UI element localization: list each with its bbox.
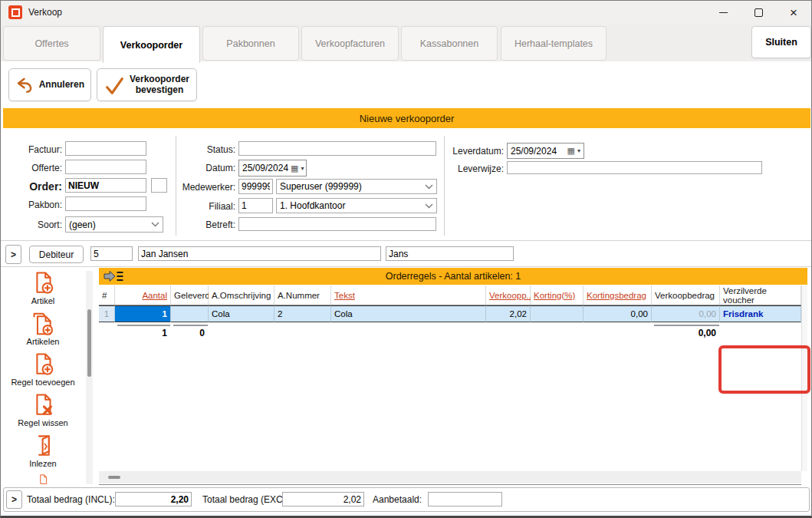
pakbon-field[interactable] (65, 196, 146, 211)
medewerker-dropdown[interactable]: Superuser (999999) (276, 179, 437, 194)
maximize-button[interactable] (741, 1, 776, 25)
factuur-label: Factuur: (8, 144, 62, 155)
leverwijze-field[interactable] (507, 161, 762, 174)
sidebar-item-regel-toevoegen[interactable]: Regel toevoegen (1, 352, 85, 387)
filiaal-dropdown[interactable]: 1. Hoofdkantoor (276, 198, 437, 213)
totaal-excl-label: Totaal bedrag (EXCL): (202, 494, 294, 505)
col-header-voucher[interactable]: Verzilverde voucher (720, 285, 801, 305)
cell-aantal[interactable]: 1 (115, 305, 171, 322)
factuur-field[interactable] (65, 141, 146, 156)
grid-vertical-scrollbar[interactable] (801, 285, 807, 471)
cell-voucher[interactable]: Frisdrank (720, 305, 801, 322)
debiteur-button[interactable]: Debiteur (29, 246, 84, 263)
annuleren-button[interactable]: Annuleren (8, 68, 91, 101)
chevron-down-icon: ▾ (301, 165, 304, 172)
tab-pakbonnen[interactable]: Pakbonnen (202, 26, 299, 61)
chevron-down-icon (151, 222, 159, 227)
soort-dropdown[interactable]: (geen) (65, 216, 163, 233)
debiteur-expander[interactable]: > (5, 245, 21, 264)
page-title: Nieuwe verkooporder (3, 108, 810, 128)
cell-a-nummer[interactable]: 2 (275, 305, 331, 322)
tab-strip: Offertes Verkooporder Pakbonnen Verkoopf… (1, 25, 811, 62)
sidebar-item-label: Regel toevoegen (11, 378, 74, 387)
totaal-incl-label: Totaal bedrag (INCL): (27, 494, 115, 505)
medewerker-value: Superuser (999999) (280, 181, 362, 192)
status-field[interactable] (238, 141, 436, 156)
debiteur-code-field[interactable] (90, 246, 133, 261)
betreft-field[interactable] (238, 217, 436, 231)
documents-add-icon (31, 312, 54, 336)
totaal-excl-field[interactable] (282, 492, 364, 506)
sum-line (654, 325, 719, 326)
cell-a-omschrijving[interactable]: Cola (209, 305, 275, 322)
sidebar-item-label: Regel wissen (18, 418, 67, 427)
leverdatum-label: Leverdatum: (442, 146, 504, 157)
col-header-verkoopbedrag[interactable]: Verkoopbedrag (652, 285, 720, 305)
cell-verkoopprijs[interactable]: 2,02 (486, 305, 531, 322)
sidebar-item-label: Artikel (31, 296, 55, 305)
maximize-icon (754, 8, 763, 17)
col-header-aantal[interactable]: Aantal (115, 285, 171, 305)
col-header-geleverd[interactable]: Geleverd (171, 285, 209, 305)
debiteur-search-field[interactable] (386, 246, 514, 261)
grid-title: Orderregels - Aantal artikelen: 1 (386, 271, 521, 282)
tab-verkooporder[interactable]: Verkooporder (103, 26, 200, 63)
tab-offertes[interactable]: Offertes (3, 26, 100, 61)
sidebar-item-label: Inlezen (29, 459, 56, 468)
tab-verkoopfacturen[interactable]: Verkoopfacturen (301, 26, 399, 61)
row-number-cell[interactable]: 1 (99, 305, 115, 322)
grid-horizontal-scrollbar[interactable] (99, 471, 801, 483)
cell-verkoopbedrag[interactable]: 0,00 (652, 305, 720, 322)
sidebar-item-inlezen[interactable]: Inlezen (1, 434, 85, 468)
sidebar-item-artikel[interactable]: Artikel (1, 271, 85, 305)
app-icon (8, 5, 22, 19)
soort-value: (geen) (69, 219, 96, 230)
totaal-incl-field[interactable] (115, 492, 192, 506)
col-header-tekst[interactable]: Tekst (331, 285, 486, 305)
datum-field[interactable]: 25/09/2024 ▦ ▾ (238, 160, 307, 177)
orderregels-grid: Orderregels - Aantal artikelen: 1 # Aant… (99, 267, 807, 485)
cell-korting-pct[interactable] (531, 305, 584, 322)
chevron-down-icon (425, 203, 433, 209)
bevestigen-button[interactable]: Verkooporder bevestigen (97, 68, 197, 101)
totals-expander[interactable]: > (6, 490, 22, 509)
total-verkoopbedrag: 0,00 (652, 327, 719, 339)
col-header-verkoopprijs[interactable]: Verkoopp... (486, 285, 531, 305)
datum-value: 25/09/2024 (242, 163, 288, 173)
sidebar-item-label: Artikelen (27, 337, 60, 346)
cell-kortingsbedrag[interactable]: 0,00 (584, 305, 652, 322)
col-header-num[interactable]: # (99, 285, 115, 305)
divider (99, 484, 801, 485)
totals-bar: > Totaal bedrag (INCL): Totaal bedrag (E… (3, 487, 810, 512)
sidebar-item-partial[interactable] (1, 474, 85, 485)
cell-tekst[interactable]: Cola (331, 305, 486, 322)
goto-lines-icon (104, 270, 124, 282)
cell-geleverd[interactable] (171, 305, 209, 322)
sidebar-item-artikelen[interactable]: Artikelen (1, 312, 85, 346)
scrollbar-thumb[interactable] (87, 309, 91, 377)
sluiten-button[interactable]: Sluiten (751, 26, 811, 58)
chevron-down-icon: ▾ (577, 147, 580, 154)
tab-kassabonnen[interactable]: Kassabonnen (401, 26, 498, 61)
aanbetaald-field[interactable] (428, 492, 502, 506)
leverdatum-field[interactable]: 25/09/2024 ▦ ▾ (507, 143, 584, 159)
medewerker-code-field[interactable] (238, 179, 273, 194)
sidebar-item-regel-wissen[interactable]: Regel wissen (1, 393, 85, 427)
medewerker-label: Medewerker: (176, 182, 235, 193)
document-add-icon (33, 352, 54, 377)
annuleren-label: Annuleren (39, 80, 84, 91)
close-button[interactable]: × (776, 1, 811, 25)
minimize-button[interactable] (705, 1, 741, 25)
col-header-korting-pct[interactable]: Korting(%) (531, 285, 584, 305)
offerte-field[interactable] (65, 160, 146, 174)
tab-herhaal-templates[interactable]: Herhaal-templates (501, 26, 607, 61)
col-header-a-omschrijving[interactable]: A.Omschrijving (209, 285, 275, 305)
sidebar-scrollbar[interactable] (86, 271, 93, 484)
col-header-kortingsbedrag[interactable]: Kortingsbedrag (584, 285, 652, 305)
filiaal-code-field[interactable] (238, 198, 273, 213)
scrollbar-thumb[interactable] (108, 476, 120, 479)
order-extra-field[interactable] (151, 178, 167, 193)
debiteur-name-field[interactable] (138, 246, 381, 261)
col-header-a-nummer[interactable]: A.Nummer (275, 285, 331, 305)
order-field[interactable] (65, 178, 146, 193)
